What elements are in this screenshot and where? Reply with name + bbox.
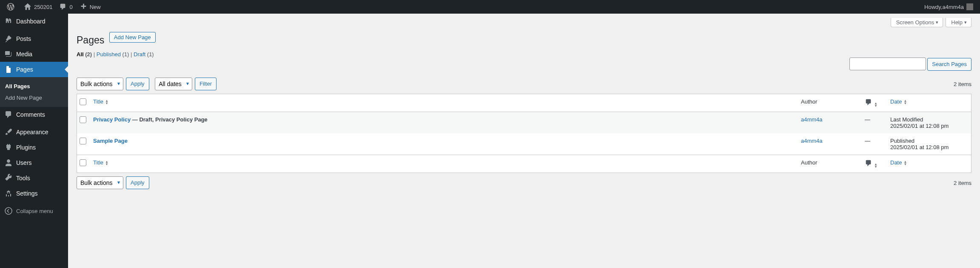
sort-icon: ▲▼ (874, 102, 877, 107)
comments-count: 0 (69, 4, 72, 10)
bulk-apply-button-bottom[interactable]: Apply (126, 176, 149, 189)
col-title-sort-bottom[interactable]: Title▲▼ (93, 159, 108, 166)
add-new-page-button[interactable]: Add New Page (109, 32, 156, 43)
menu-posts[interactable]: Posts (0, 31, 68, 46)
col-date-label: Date (890, 159, 902, 166)
date-cell: Last Modified 2025/02/01 at 12:08 pm (886, 112, 971, 133)
sort-icon: ▲▼ (105, 100, 108, 105)
plus-icon (80, 3, 87, 11)
filter-draft-label: Draft (134, 51, 145, 58)
wp-logo[interactable] (3, 0, 20, 14)
col-date-sort-bottom[interactable]: Date▲▼ (890, 159, 907, 166)
media-icon (4, 50, 13, 58)
author-link[interactable]: a4mm4a (801, 116, 823, 123)
post-state: — Draft, Privacy Policy Page (131, 116, 208, 123)
wordpress-icon (7, 3, 14, 11)
filter-button[interactable]: Filter (195, 78, 217, 90)
home-icon (24, 3, 31, 11)
items-count-top: 2 items (954, 81, 971, 87)
submenu-pages: All Pages Add New Page (0, 77, 68, 107)
comments-link[interactable]: 0 (56, 0, 76, 14)
col-comments-sort-bottom[interactable]: ▲▼ (865, 162, 877, 168)
admin-menu: Dashboard Posts Media Pages All Pages Ad… (0, 14, 68, 210)
help-toggle[interactable]: Help (946, 18, 971, 27)
date-cell: Published 2025/02/01 at 12:08 pm (886, 133, 971, 155)
search-pages-button[interactable]: Search Pages (927, 58, 971, 71)
collapse-menu[interactable]: Collapse menu (0, 203, 68, 210)
bulk-apply-button-top[interactable]: Apply (126, 78, 149, 90)
menu-posts-label: Posts (16, 35, 31, 42)
new-content-link[interactable]: New (76, 0, 104, 14)
page-title-link[interactable]: Privacy Policy (93, 116, 131, 123)
pages-table: Title▲▼ Author ▲▼ Date▲▼ Privacy Policy … (77, 94, 971, 173)
author-link[interactable]: a4mm4a (801, 138, 823, 144)
sort-icon: ▲▼ (105, 161, 108, 166)
menu-appearance[interactable]: Appearance (0, 124, 68, 140)
search-input[interactable] (849, 58, 926, 70)
site-title: 250201 (34, 4, 52, 10)
col-date-label: Date (890, 98, 902, 105)
collapse-label: Collapse menu (16, 208, 53, 210)
filter-draft-count: (1) (147, 51, 154, 58)
col-date-sort[interactable]: Date▲▼ (890, 98, 907, 105)
comment-icon (865, 101, 872, 107)
sort-icon: ▲▼ (874, 163, 877, 168)
site-name-link[interactable]: 250201 (20, 0, 56, 14)
pin-icon (4, 35, 13, 43)
avatar (966, 3, 973, 10)
col-title-label: Title (93, 98, 103, 105)
date-status: Published (890, 138, 914, 144)
row-checkbox[interactable] (80, 116, 86, 123)
menu-comments-label: Comments (16, 111, 45, 118)
menu-settings[interactable]: Settings (0, 186, 68, 201)
col-title-sort[interactable]: Title▲▼ (93, 98, 108, 105)
date-filter-select[interactable]: All dates (155, 78, 192, 90)
select-all-top[interactable] (80, 98, 86, 105)
brush-icon (4, 128, 13, 136)
menu-media[interactable]: Media (0, 46, 68, 62)
bulk-action-select-bottom[interactable]: Bulk actions (77, 176, 123, 189)
user-display-name: a4mm4a (942, 4, 964, 10)
select-all-bottom[interactable] (80, 159, 86, 166)
plugin-icon (4, 143, 13, 152)
filter-published-count: (1) (122, 51, 129, 58)
comments-cell: — (860, 112, 886, 133)
submenu-all-pages[interactable]: All Pages (0, 81, 68, 92)
comment-icon (865, 162, 872, 168)
sort-icon: ▲▼ (903, 161, 907, 166)
page-title-link[interactable]: Sample Page (93, 138, 128, 144)
col-author: Author (797, 94, 860, 112)
table-row: Privacy Policy — Draft, Privacy Policy P… (77, 112, 971, 133)
admin-toolbar: 250201 0 New Howdy, a4mm4a (0, 0, 980, 14)
screen-options-toggle[interactable]: Screen Options (891, 18, 943, 27)
screen-meta-links: Screen Options Help (891, 18, 971, 27)
menu-users[interactable]: Users (0, 155, 68, 170)
menu-tools-label: Tools (16, 175, 30, 182)
wrench-icon (4, 174, 13, 182)
menu-comments[interactable]: Comments (0, 107, 68, 122)
filter-draft[interactable]: Draft (1) (134, 51, 154, 58)
col-comments-sort[interactable]: ▲▼ (865, 101, 877, 107)
dashboard-icon (4, 17, 13, 26)
submenu-add-new-page[interactable]: Add New Page (0, 92, 68, 104)
comment-icon (4, 110, 13, 119)
menu-dashboard-label: Dashboard (16, 18, 46, 25)
date-value: 2025/02/01 at 12:08 pm (890, 123, 949, 129)
view-filters: All (2) | Published (1) | Draft (1) (77, 51, 971, 58)
date-status: Last Modified (890, 116, 923, 123)
filter-all[interactable]: All (2) (77, 51, 94, 58)
menu-settings-label: Settings (16, 190, 38, 197)
my-account-link[interactable]: Howdy, a4mm4a (921, 0, 977, 14)
menu-pages[interactable]: Pages (0, 62, 68, 77)
howdy-prefix: Howdy, (924, 4, 942, 10)
menu-pages-label: Pages (16, 66, 33, 73)
col-author-bottom: Author (797, 155, 860, 173)
filter-published[interactable]: Published (1) (97, 51, 131, 58)
bulk-action-select-top[interactable]: Bulk actions (77, 78, 123, 90)
page-icon (4, 65, 13, 74)
row-checkbox[interactable] (80, 138, 86, 144)
menu-dashboard[interactable]: Dashboard (0, 14, 68, 29)
menu-plugins[interactable]: Plugins (0, 140, 68, 155)
menu-tools[interactable]: Tools (0, 170, 68, 186)
menu-plugins-label: Plugins (16, 144, 36, 151)
